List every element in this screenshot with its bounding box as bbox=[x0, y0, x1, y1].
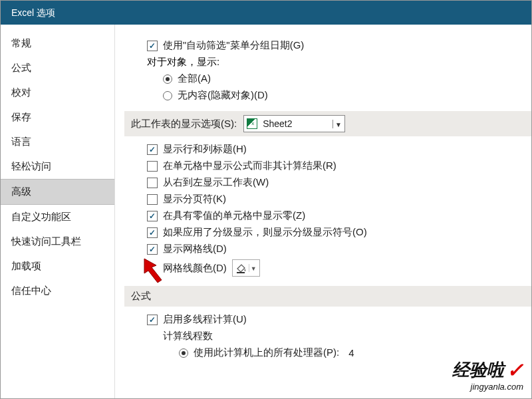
opt-show-outline: 如果应用了分级显示，则显示分级显示符号(O) bbox=[147, 226, 525, 239]
sidebar-item-accessibility[interactable]: 轻松访问 bbox=[1, 154, 114, 179]
checkmark-icon: ✓ bbox=[507, 358, 523, 382]
excel-sheet-icon bbox=[247, 118, 257, 129]
chevron-down-icon: ▼ bbox=[249, 264, 258, 272]
opt-gridline-color: 网格线颜色(D) ▼ bbox=[147, 259, 525, 277]
checkbox-rtl-sheet[interactable] bbox=[147, 178, 158, 188]
sidebar-item-formulas[interactable]: 公式 bbox=[1, 56, 114, 80]
sidebar-item-language[interactable]: 语言 bbox=[1, 130, 114, 154]
label-page-breaks: 显示分页符(K) bbox=[163, 193, 226, 205]
cpu-count-value: 4 bbox=[348, 347, 354, 358]
section-worksheet-display: 此工作表的显示选项(S): Sheet2 ▼ bbox=[124, 111, 531, 136]
checkbox-show-outline[interactable] bbox=[147, 227, 158, 238]
label-obj-all: 全部(A) bbox=[178, 72, 211, 85]
radio-obj-all[interactable] bbox=[163, 74, 172, 84]
section-formulas: 公式 bbox=[124, 286, 531, 307]
label-obj-none: 无内容(隐藏对象)(D) bbox=[178, 89, 268, 102]
paint-bucket-icon bbox=[235, 262, 247, 274]
section-worksheet-label: 此工作表的显示选项(S): bbox=[131, 118, 237, 130]
opt-autofilter-dates: 使用"自动筛选"菜单分组日期(G) bbox=[147, 39, 525, 52]
label-show-gridlines: 显示网格线(D) bbox=[163, 243, 227, 255]
checkbox-row-col-headers[interactable] bbox=[147, 144, 158, 155]
checkbox-show-gridlines[interactable] bbox=[147, 244, 158, 255]
watermark: 经验啦 ✓ jingyanla.com bbox=[452, 358, 523, 392]
opt-obj-none: 无内容(隐藏对象)(D) bbox=[163, 89, 525, 102]
opt-obj-all: 全部(A) bbox=[163, 72, 525, 85]
window-title: Excel 选项 bbox=[1, 1, 531, 25]
sheet-name: Sheet2 bbox=[260, 118, 332, 129]
opt-show-gridlines: 显示网格线(D) bbox=[147, 243, 525, 255]
label-show-formulas: 在单元格中显示公式而非其计算结果(R) bbox=[163, 160, 336, 172]
checkbox-multithread[interactable] bbox=[147, 315, 158, 325]
radio-obj-none[interactable] bbox=[163, 91, 172, 100]
watermark-text: 经验啦 bbox=[452, 358, 504, 382]
sidebar-item-quick-access[interactable]: 快速访问工具栏 bbox=[1, 229, 114, 254]
opt-show-formulas: 在单元格中显示公式而非其计算结果(R) bbox=[147, 160, 525, 172]
checkbox-show-formulas[interactable] bbox=[147, 161, 158, 172]
opt-rtl-sheet: 从右到左显示工作表(W) bbox=[147, 176, 525, 189]
sidebar-item-addins[interactable]: 加载项 bbox=[1, 254, 114, 279]
sidebar-item-proofing[interactable]: 校对 bbox=[1, 80, 114, 105]
radio-use-all-cpus[interactable] bbox=[179, 348, 188, 358]
label-show-outline: 如果应用了分级显示，则显示分级显示符号(O) bbox=[163, 226, 367, 239]
label-thread-count: 计算线程数 bbox=[163, 330, 213, 342]
label-gridline-color: 网格线颜色(D) bbox=[163, 262, 227, 275]
sidebar: 常规 公式 校对 保存 语言 轻松访问 高级 自定义功能区 快速访问工具栏 加载… bbox=[1, 25, 115, 398]
label-rtl-sheet: 从右到左显示工作表(W) bbox=[163, 176, 269, 189]
content-pane: 使用"自动筛选"菜单分组日期(G) 对于对象，显示: 全部(A) 无内容(隐藏对… bbox=[115, 25, 531, 398]
watermark-url: jingyanla.com bbox=[452, 382, 523, 392]
chevron-down-icon: ▼ bbox=[332, 120, 344, 128]
label-use-all-cpus: 使用此计算机上的所有处理器(P): bbox=[194, 346, 339, 359]
checkbox-autofilter-dates[interactable] bbox=[147, 41, 158, 51]
opt-row-col-headers: 显示行和列标题(H) bbox=[147, 143, 525, 156]
label-show-zero: 在具有零值的单元格中显示零(Z) bbox=[163, 209, 305, 222]
sidebar-item-customize-ribbon[interactable]: 自定义功能区 bbox=[1, 205, 114, 229]
sidebar-item-advanced[interactable]: 高级 bbox=[1, 179, 114, 205]
opt-page-breaks: 显示分页符(K) bbox=[147, 193, 525, 205]
checkbox-page-breaks[interactable] bbox=[147, 194, 158, 205]
label-row-col-headers: 显示行和列标题(H) bbox=[163, 143, 247, 156]
opt-show-zero: 在具有零值的单元格中显示零(Z) bbox=[147, 209, 525, 222]
sheet-selector[interactable]: Sheet2 ▼ bbox=[243, 115, 344, 132]
sidebar-item-save[interactable]: 保存 bbox=[1, 105, 114, 130]
label-thread-count-row: 计算线程数 bbox=[163, 330, 525, 342]
label-for-objects: 对于对象，显示: bbox=[147, 56, 525, 68]
gridline-color-picker[interactable]: ▼ bbox=[232, 259, 260, 277]
label-multithread: 启用多线程计算(U) bbox=[163, 313, 247, 326]
sidebar-item-general[interactable]: 常规 bbox=[1, 31, 114, 56]
sidebar-item-trust-center[interactable]: 信任中心 bbox=[1, 279, 114, 303]
main-area: 常规 公式 校对 保存 语言 轻松访问 高级 自定义功能区 快速访问工具栏 加载… bbox=[1, 25, 531, 398]
opt-multithread: 启用多线程计算(U) bbox=[147, 313, 525, 326]
opt-use-all-cpus: 使用此计算机上的所有处理器(P): 4 bbox=[179, 346, 525, 359]
svg-rect-0 bbox=[237, 272, 245, 273]
checkbox-show-zero[interactable] bbox=[147, 211, 158, 221]
label-autofilter-dates: 使用"自动筛选"菜单分组日期(G) bbox=[163, 39, 304, 52]
